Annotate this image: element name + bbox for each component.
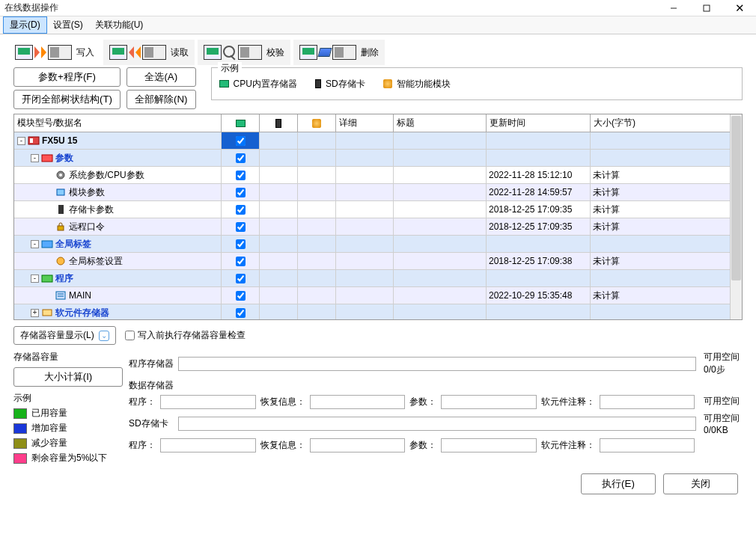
th-detail[interactable]: 详细 — [336, 114, 394, 132]
table-row[interactable]: 模块参数2022-11-28 14:59:57未计算 — [14, 184, 730, 201]
row-name: 程序 — [55, 272, 73, 285]
program-bar — [160, 395, 256, 409]
sd-card-icon — [275, 119, 281, 128]
table-row[interactable]: 存储卡参数2018-12-25 17:09:35未计算 — [14, 201, 730, 218]
row-name: 全局标签 — [55, 238, 91, 251]
th-size[interactable]: 大小(字节) — [591, 114, 709, 132]
table-row[interactable]: 远程口令2018-12-25 17:09:35未计算 — [14, 218, 730, 236]
svg-point-6 — [59, 174, 62, 177]
svg-rect-4 — [42, 155, 52, 162]
row-checkbox-cpu[interactable] — [236, 257, 246, 266]
sd-card-icon — [315, 79, 321, 88]
toolbar-write[interactable]: 写入 — [9, 40, 100, 65]
param-program-button[interactable]: 参数+程序(F) — [13, 67, 121, 87]
legend-remaining: 剩余容量为5%以下 — [31, 452, 107, 464]
precheck-checkbox[interactable]: 写入前执行存储器容量检查 — [125, 329, 246, 342]
minimize-button[interactable] — [657, 0, 690, 16]
toolbar-verify[interactable]: 校验 — [198, 40, 290, 65]
folder-green-icon — [41, 273, 53, 283]
close-button[interactable]: ✕ — [723, 0, 756, 16]
table-row[interactable]: MAIN2022-10-29 15:35:48未计算 — [14, 287, 730, 304]
th-update[interactable]: 更新时间 — [487, 114, 591, 132]
cpu-memory-icon — [236, 120, 246, 127]
titlebar: 在线数据操作 ✕ — [0, 0, 756, 16]
verify-icon — [204, 45, 262, 60]
toolbar-delete[interactable]: 删除 — [293, 40, 385, 65]
folder-red-icon — [41, 153, 53, 163]
comments-bar-2 — [600, 438, 695, 452]
row-size: 未计算 — [591, 218, 709, 235]
row-name: 系统参数/CPU参数 — [69, 169, 144, 182]
row-checkbox-cpu[interactable] — [236, 274, 246, 283]
precheck-input[interactable] — [125, 331, 135, 340]
row-checkbox-cpu[interactable] — [236, 239, 246, 249]
execute-button[interactable]: 执行(E) — [581, 473, 656, 494]
table-scrollbar[interactable] — [730, 114, 742, 319]
th-sd[interactable] — [260, 114, 298, 132]
close-dialog-button[interactable]: 关闭 — [663, 473, 738, 494]
row-time — [487, 270, 591, 286]
th-name[interactable]: 模块型号/数据名 — [14, 114, 222, 132]
toolbar-verify-label: 校验 — [266, 46, 284, 59]
table-row[interactable]: -FX5U 15 — [14, 132, 730, 150]
menubar: 显示(D) 设置(S) 关联功能(U) — [0, 16, 756, 34]
window-buttons: ✕ — [657, 0, 756, 16]
svg-rect-13 — [56, 292, 65, 299]
steps-value: 0/0步 — [704, 363, 743, 376]
menu-settings[interactable]: 设置(S) — [47, 16, 89, 34]
svg-rect-7 — [57, 189, 64, 195]
row-checkbox-cpu[interactable] — [236, 171, 246, 180]
svg-rect-8 — [58, 205, 64, 214]
comments-bar — [600, 395, 695, 409]
row-checkbox-cpu[interactable] — [236, 188, 246, 197]
select-all-button[interactable]: 全选(A) — [126, 67, 196, 87]
table-row[interactable]: +软元件存储器 — [14, 304, 730, 319]
row-time — [487, 236, 591, 252]
write-icon — [15, 45, 72, 60]
row-size — [591, 236, 709, 252]
deselect-all-button[interactable]: 全部解除(N) — [126, 90, 196, 109]
row-checkbox-cpu[interactable] — [236, 153, 246, 163]
legend-smart: 智能功能模块 — [397, 78, 451, 90]
tree-toggle[interactable]: - — [17, 137, 25, 145]
tree-toggle[interactable]: - — [31, 240, 39, 248]
row-size: 未计算 — [591, 167, 709, 183]
svg-rect-16 — [43, 310, 52, 316]
restore-label: 恢复信息： — [260, 396, 305, 408]
expand-tree-button[interactable]: 开闭全部树状结构(T) — [13, 90, 121, 109]
table-row[interactable]: 全局标签设置2018-12-25 17:09:38未计算 — [14, 253, 730, 270]
program-label-2: 程序： — [129, 439, 156, 452]
row-name: FX5U 15 — [42, 135, 77, 146]
tree-toggle[interactable]: + — [31, 309, 39, 317]
table-row[interactable]: 系统参数/CPU参数2022-11-28 15:12:10未计算 — [14, 167, 730, 184]
row-size: 未计算 — [591, 201, 709, 218]
th-smart[interactable] — [298, 114, 336, 132]
legend-cpu: CPU内置存储器 — [234, 78, 297, 90]
row-size: 未计算 — [591, 287, 709, 304]
storage-legend-title: 示例 — [13, 392, 123, 405]
data-mem-label: 数据存储器 — [129, 379, 743, 392]
table-row[interactable]: -程序 — [14, 270, 730, 287]
tree-toggle[interactable]: - — [31, 274, 39, 283]
toolbar-read[interactable]: 读取 — [103, 40, 195, 65]
row-checkbox-cpu[interactable] — [236, 222, 246, 232]
storage-panel: 存储器容量 大小计算(I) 示例 已用容量 增加容量 减少容量 剩余容量为5%以… — [0, 351, 756, 467]
th-title[interactable]: 标题 — [394, 114, 487, 132]
row-checkbox-cpu[interactable] — [236, 291, 246, 301]
maximize-button[interactable] — [690, 0, 723, 16]
th-cpu[interactable] — [222, 114, 260, 132]
online-data-window: 在线数据操作 ✕ 显示(D) 设置(S) 关联功能(U) 写入 读 — [0, 0, 756, 543]
menu-related[interactable]: 关联功能(U) — [89, 16, 150, 34]
size-calc-button[interactable]: 大小计算(I) — [13, 367, 123, 387]
row-checkbox-cpu[interactable] — [236, 136, 246, 146]
row-time: 2022-11-28 14:59:57 — [487, 184, 591, 200]
row-checkbox-cpu[interactable] — [236, 205, 246, 215]
params-bar — [441, 395, 537, 409]
tree-toggle[interactable]: - — [31, 154, 39, 162]
table-row[interactable]: -参数 — [14, 150, 730, 167]
storage-display-dropdown[interactable]: 存储器容量显示(L) ⌄ — [13, 326, 116, 345]
menu-display[interactable]: 显示(D) — [3, 16, 47, 34]
storage-capacity-label: 存储器容量 — [13, 351, 123, 363]
table-row[interactable]: -全局标签 — [14, 236, 730, 253]
row-checkbox-cpu[interactable] — [236, 308, 246, 318]
